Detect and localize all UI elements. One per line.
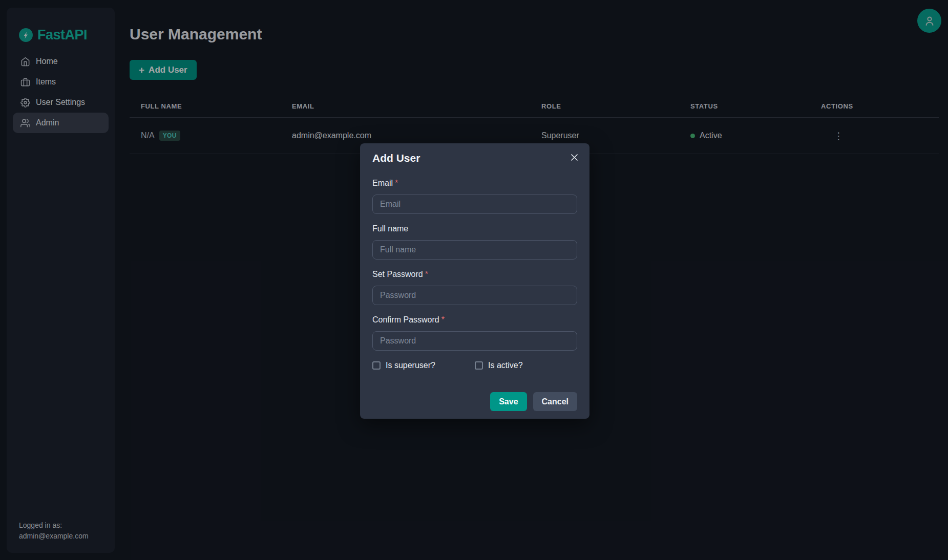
confirm-password-field-label: Confirm Password* <box>372 315 577 325</box>
cancel-button[interactable]: Cancel <box>533 392 577 411</box>
email-field-label: Email* <box>372 179 577 188</box>
confirm-password-field-group: Confirm Password* <box>372 315 577 351</box>
required-mark: * <box>395 179 398 187</box>
close-icon[interactable] <box>565 148 583 166</box>
set-password-field[interactable] <box>372 286 577 305</box>
required-mark: * <box>425 270 428 278</box>
is-active-label: Is active? <box>488 361 523 370</box>
add-user-modal: Add User Email* Full name Set Password* … <box>360 143 589 419</box>
is-superuser-label: Is superuser? <box>386 361 435 370</box>
email-field-group: Email* <box>372 179 577 214</box>
required-mark: * <box>441 315 445 324</box>
checkbox-box-icon <box>475 361 483 370</box>
full-name-field[interactable] <box>372 240 577 260</box>
email-field[interactable] <box>372 195 577 214</box>
set-password-field-label: Set Password* <box>372 270 577 279</box>
set-password-field-group: Set Password* <box>372 270 577 305</box>
checkbox-row: Is superuser? Is active? <box>372 361 577 370</box>
is-active-checkbox[interactable]: Is active? <box>475 361 577 370</box>
confirm-password-field[interactable] <box>372 331 577 351</box>
is-superuser-checkbox[interactable]: Is superuser? <box>372 361 475 370</box>
modal-actions: Save Cancel <box>372 392 577 411</box>
checkbox-box-icon <box>372 361 381 370</box>
modal-title: Add User <box>372 143 577 164</box>
save-button[interactable]: Save <box>490 392 526 411</box>
full-name-field-label: Full name <box>372 224 577 233</box>
full-name-field-group: Full name <box>372 224 577 260</box>
